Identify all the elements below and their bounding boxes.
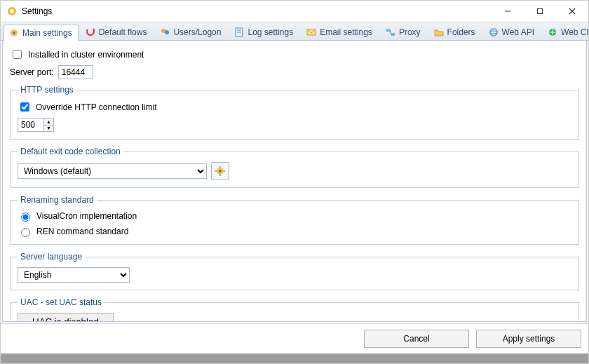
- server-port-label: Server port:: [10, 67, 54, 77]
- tab-folders[interactable]: Folders: [428, 24, 482, 40]
- svg-point-23: [219, 170, 222, 173]
- tab-web-api[interactable]: Web API: [483, 24, 541, 40]
- tab-users-logon[interactable]: Users/Logon: [154, 24, 227, 40]
- tab-label: Default flows: [99, 27, 147, 37]
- tab-label: Main settings: [22, 28, 72, 38]
- cluster-label: Installed in cluster environment: [28, 50, 144, 60]
- svg-marker-8: [93, 28, 95, 31]
- flow-icon: [85, 27, 96, 38]
- svg-point-10: [165, 30, 169, 34]
- tab-label: Proxy: [399, 27, 421, 37]
- renaming-opt2-label: REN command standard: [36, 227, 128, 236]
- tab-web-client[interactable]: Web Client: [542, 24, 589, 40]
- tab-default-flows[interactable]: Default flows: [80, 24, 154, 40]
- cluster-checkbox[interactable]: [13, 50, 22, 59]
- tab-email-settings[interactable]: Email settings: [301, 24, 379, 40]
- renaming-ren-radio[interactable]: [21, 228, 30, 237]
- http-override-label: Ovverride HTTP connection limit: [36, 102, 157, 112]
- language-legend: Server language: [18, 252, 85, 262]
- uac-fieldset: UAC - set UAC status UAC is disabled: [10, 297, 579, 322]
- svg-point-18: [490, 29, 497, 36]
- renaming-legend: Renaming standard: [18, 195, 97, 205]
- maximize-button[interactable]: [524, 1, 556, 22]
- window-controls: [492, 1, 588, 22]
- renaming-fieldset: Renaming standard VisualCron implementat…: [10, 195, 579, 245]
- renaming-opt1-label: VisualCron implementation: [36, 211, 137, 221]
- language-fieldset: Server language English: [10, 252, 579, 290]
- web-client-icon: [547, 27, 558, 38]
- tab-label: Log settings: [248, 27, 293, 37]
- http-limit-spinner: ▲ ▼: [18, 118, 54, 132]
- api-icon: [488, 27, 499, 38]
- window-title: Settings: [22, 6, 52, 16]
- cancel-button[interactable]: Cancel: [364, 330, 469, 348]
- tab-label: Email settings: [320, 27, 372, 37]
- exitcode-legend: Default exit code collection: [18, 147, 123, 156]
- http-override-checkbox[interactable]: [20, 102, 29, 112]
- language-select[interactable]: English: [18, 267, 130, 283]
- footer: Cancel Apply settings: [1, 323, 588, 353]
- svg-rect-15: [386, 29, 390, 32]
- apply-button[interactable]: Apply settings: [476, 330, 581, 348]
- statusbar: [1, 353, 588, 363]
- gear-icon: [8, 27, 20, 39]
- uac-legend: UAC - set UAC status: [18, 297, 104, 307]
- http-fieldset: HTTP settings Ovverride HTTP connection …: [10, 85, 579, 140]
- tab-log-settings[interactable]: Log settings: [229, 24, 299, 40]
- tab-strip: Main settings Default flows Users/Logon …: [1, 22, 588, 41]
- exitcode-fieldset: Default exit code collection Windows (de…: [10, 147, 579, 188]
- tab-label: Users/Logon: [173, 27, 221, 37]
- http-limit-input[interactable]: [18, 119, 43, 131]
- tab-label: Folders: [447, 27, 475, 37]
- folder-icon: [433, 27, 445, 38]
- tab-proxy[interactable]: Proxy: [380, 24, 427, 40]
- tab-label: Web Client: [561, 27, 589, 37]
- app-icon: [6, 6, 18, 17]
- users-icon: [159, 27, 170, 38]
- svg-point-19: [490, 31, 497, 34]
- tab-label: Web API: [502, 27, 534, 37]
- http-legend: HTTP settings: [18, 85, 76, 95]
- email-icon: [306, 27, 317, 38]
- spinner-up-button[interactable]: ▲: [44, 119, 53, 126]
- main-panel: Installed in cluster environment Server …: [2, 41, 587, 322]
- uac-button[interactable]: UAC is disabled: [18, 313, 114, 322]
- exitcode-select[interactable]: Windows (default): [18, 163, 207, 179]
- minimize-button[interactable]: [492, 1, 524, 22]
- log-icon: [233, 27, 245, 38]
- svg-line-17: [390, 30, 391, 34]
- spinner-down-button[interactable]: ▼: [44, 126, 53, 132]
- exitcode-edit-button[interactable]: [211, 162, 229, 180]
- svg-point-7: [13, 32, 15, 34]
- svg-rect-3: [538, 9, 543, 14]
- cog-color-icon: [215, 166, 226, 177]
- tab-main-settings[interactable]: Main settings: [4, 25, 79, 41]
- server-port-input[interactable]: [58, 65, 93, 79]
- titlebar: Settings: [1, 1, 588, 22]
- close-button[interactable]: [556, 1, 588, 22]
- svg-rect-16: [391, 33, 395, 36]
- renaming-visualcron-radio[interactable]: [21, 213, 30, 222]
- proxy-icon: [385, 27, 396, 38]
- svg-point-1: [10, 9, 14, 13]
